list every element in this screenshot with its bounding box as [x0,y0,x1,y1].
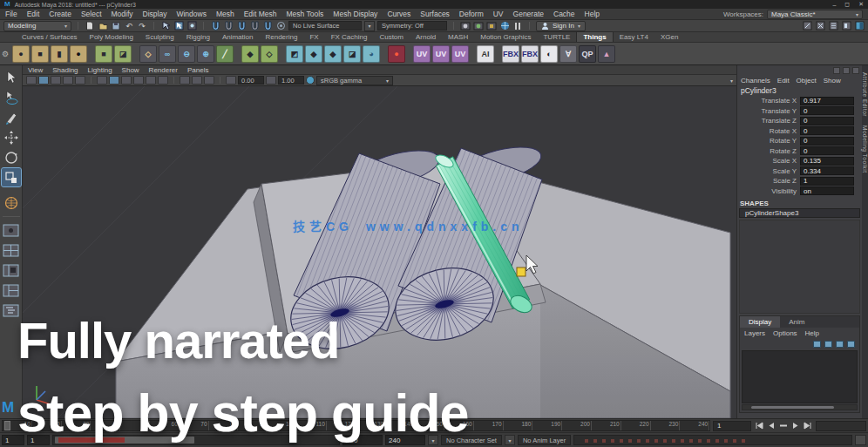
last-tool-used[interactable] [2,193,21,212]
menu-item[interactable]: Mesh Display [333,10,377,18]
shelf-tab[interactable]: Motion Graphics [474,32,537,42]
toolbar-overflow-icon[interactable]: ▾ [730,78,733,84]
menu-set-dropdown[interactable]: Modeling ▾ [3,21,71,31]
snap-view-plane-icon[interactable] [262,21,273,31]
rotate-tool[interactable] [2,148,21,166]
object-name[interactable]: pCylinder3 [737,85,862,96]
shelf-uv-snapshot-icon[interactable]: UV [432,45,450,63]
shelf-tab[interactable]: Curves / Surfaces [16,32,84,42]
shelf-quad-draw-icon[interactable]: ╱ [216,45,234,63]
snap-curve-icon[interactable] [223,21,234,31]
layer-editor-menu-item[interactable]: Help [805,329,819,337]
exposure-icon[interactable] [226,76,236,85]
live-surface-field[interactable]: No Live Surface [288,21,362,30]
side-tab[interactable]: Modeling Toolkit [862,125,868,173]
attribute-editor-toggle-icon[interactable] [828,21,838,31]
create-empty-layer-icon[interactable] [836,341,844,348]
shelf-tab[interactable]: FX [303,32,324,42]
color-management-icon[interactable] [306,76,315,85]
shelf-custom-tool-icon[interactable]: ▲ [598,45,615,63]
open-scene-icon[interactable] [98,21,108,31]
menu-item[interactable]: Surfaces [420,10,450,18]
snap-point-icon[interactable] [236,21,247,31]
anim-layer-dropdown[interactable]: No Anim Layer [518,435,571,445]
ipr-render-icon[interactable] [473,21,484,31]
select-tool[interactable] [2,68,21,86]
isolate-select-icon[interactable] [180,76,190,85]
layout-single-pane-button[interactable] [2,221,21,240]
channel-box-menu-item[interactable]: Object [797,77,817,85]
menu-item[interactable]: File [5,10,17,18]
select-hierarchy-icon[interactable] [160,21,171,31]
menu-item[interactable]: Modify [112,10,133,18]
menu-item[interactable]: Create [49,10,71,18]
sign-in-button[interactable]: Sign In ▾ [536,21,586,31]
menu-item[interactable]: Select [81,10,102,18]
go-to-start-button[interactable] [754,421,764,430]
panel-menu-item[interactable]: View [28,66,43,74]
shelf-render-sphere-icon[interactable]: ● [388,45,405,63]
channel-value-field[interactable]: 0.334 [800,166,854,175]
shelf-import-fbx-icon[interactable]: FBX [521,45,539,63]
shelf-poly-sphere-icon[interactable]: ● [12,45,30,63]
shelf-bevel-icon[interactable]: ◆ [305,45,322,63]
modeling-toolkit-toggle-icon[interactable] [802,21,812,31]
snap-grid-icon[interactable] [210,21,220,31]
current-frame-field[interactable]: 1 [713,421,751,431]
menu-item[interactable]: Mesh [216,10,234,18]
shelf-cube-wire-icon[interactable]: ◇ [139,45,157,63]
shelf-export-fbx-icon[interactable]: FBX [502,45,519,63]
auto-keyframe-button[interactable] [855,435,866,445]
shelf-poly-sphere-shiny-icon[interactable]: ● [70,45,87,63]
shelf-edit-cube-icon[interactable]: ■ [95,45,112,63]
create-layer-from-selected-icon[interactable] [847,341,855,348]
shelf-tab[interactable]: Rendering [259,32,303,42]
shelf-tab[interactable]: XGen [654,32,684,42]
minimize-button[interactable]: – [832,2,836,8]
channel-box-menu-item[interactable]: Channels [741,77,770,85]
camera-attributes-icon[interactable] [51,76,61,85]
move-tool[interactable] [2,128,21,146]
image-plane-icon[interactable] [75,76,85,85]
layer-editor-scrollbar[interactable] [742,404,858,410]
shelf-bridge-icon[interactable]: ◆ [324,45,342,63]
xray-joints-icon[interactable] [204,76,214,85]
shelf-separate-icon[interactable]: ◇ [261,45,278,63]
play-backwards-button[interactable] [778,421,789,430]
move-layer-down-icon[interactable] [824,341,832,348]
select-component-icon[interactable] [186,21,197,31]
shelf-qp-icon[interactable]: QP [579,45,596,63]
channel-box-toggle-icon[interactable] [854,21,865,31]
shelf-tab[interactable]: Animation [216,32,260,42]
tool-settings-toggle-icon[interactable] [841,21,851,31]
channel-value-field[interactable]: 0 [800,126,854,135]
move-layer-up-icon[interactable] [813,341,821,348]
channel-value-field[interactable]: 0.135 [800,157,854,166]
step-forward-button[interactable] [790,421,801,430]
lock-camera-icon[interactable] [38,76,49,85]
go-to-end-button[interactable] [803,421,813,430]
shelf-uv-layout-icon[interactable]: UV [451,45,469,63]
shape-node-name[interactable]: pCylinderShape3 [739,208,860,218]
pause-icon[interactable] [512,21,523,31]
shaded-icon[interactable] [109,76,119,85]
layer-editor-menu-item[interactable]: Layers [744,329,765,337]
shelf-multi-cut-icon[interactable]: ◪ [343,45,361,63]
shelf-tab[interactable]: TURTLE [537,32,576,42]
shelf-tab[interactable]: FX Caching [325,32,374,42]
undo-icon[interactable]: ↶ [124,21,134,31]
paint-select-tool[interactable] [2,108,21,126]
layout-four-pane-button[interactable] [2,241,21,260]
view-transform-dropdown[interactable]: sRGB gamma ▾ [316,76,393,85]
shelf-tab[interactable]: Things [576,31,613,42]
shelf-uv-editor-icon[interactable]: UV [413,45,431,63]
layer-editor-tab[interactable]: Anim [780,316,813,328]
channel-box-mode-icon[interactable] [833,67,840,74]
xray-icon[interactable] [192,76,202,85]
shelf-tab[interactable]: Sculpting [139,32,180,42]
lasso-select-tool[interactable] [2,88,21,106]
redo-icon[interactable]: ↷ [137,21,147,31]
wireframe-icon[interactable] [97,76,107,85]
menu-item[interactable]: Curves [387,10,410,18]
shelf-tab[interactable]: MASH [442,32,474,42]
